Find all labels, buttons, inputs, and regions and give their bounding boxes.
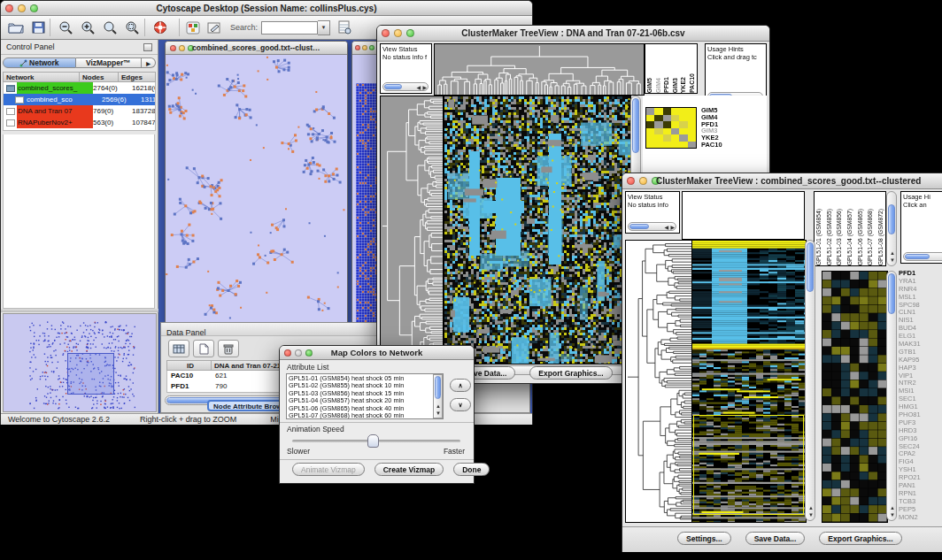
zoom-in-icon[interactable] bbox=[81, 20, 96, 35]
zoom-fit-icon[interactable] bbox=[125, 20, 140, 35]
scrollbar-thumb[interactable] bbox=[435, 376, 441, 399]
column-dendrogram[interactable] bbox=[434, 43, 645, 96]
treeview-button[interactable]: Export Graphics... bbox=[529, 366, 612, 380]
scroll-left-arrow[interactable]: ◀ bbox=[416, 85, 421, 91]
matrix-cell[interactable] bbox=[671, 115, 679, 122]
column-label[interactable]: GPL51-08 (GSM872) bbox=[877, 209, 884, 265]
scroll-down-arrow[interactable]: ▼ bbox=[890, 512, 895, 518]
network-canvas[interactable] bbox=[166, 55, 345, 322]
column-label[interactable]: GPL51-06 (GSM865) bbox=[857, 209, 864, 265]
scroll-right-arrow[interactable]: ▶ bbox=[670, 225, 675, 231]
matrix-cell[interactable] bbox=[679, 142, 687, 149]
scroll-down-arrow[interactable]: ▼ bbox=[808, 512, 814, 518]
scrollbar-thumb[interactable] bbox=[888, 204, 895, 234]
gene-label[interactable]: MAK31 bbox=[899, 340, 939, 348]
matrix-cell[interactable] bbox=[646, 134, 654, 142]
gene-label[interactable]: TCB3 bbox=[899, 497, 939, 505]
matrix-cell[interactable] bbox=[688, 115, 696, 122]
scroll-up-arrow[interactable]: ▲ bbox=[890, 505, 895, 511]
column-label[interactable]: GIM4 bbox=[655, 78, 662, 93]
matrix-cell[interactable] bbox=[663, 121, 671, 128]
gene-label[interactable]: YRA1 bbox=[899, 277, 939, 285]
gene-label[interactable]: PAN1 bbox=[899, 481, 939, 489]
gene-label[interactable]: PUF3 bbox=[899, 418, 939, 426]
float-panel-icon[interactable] bbox=[143, 43, 152, 51]
minimize-button[interactable] bbox=[639, 177, 647, 185]
gene-label[interactable]: MON2 bbox=[899, 513, 939, 521]
delete-attribute-icon[interactable] bbox=[218, 340, 239, 357]
attribute-item[interactable]: GPL51-06 (GSM865) heat shock 40 min bbox=[289, 405, 441, 412]
attribute-item[interactable]: GPL51-01 (GSM854) heat shock 05 min bbox=[289, 375, 441, 382]
matrix-cell[interactable] bbox=[688, 108, 696, 115]
matrix-cell[interactable] bbox=[654, 142, 662, 149]
gene-label[interactable]: PHO81 bbox=[899, 410, 939, 418]
treeview-button[interactable]: Save Data... bbox=[745, 532, 806, 545]
gene-label[interactable]: CPA2 bbox=[899, 449, 939, 457]
scroll-down-arrow[interactable]: ▼ bbox=[890, 257, 895, 264]
heatmap-vscrollbar[interactable]: ▲ ▼ bbox=[805, 240, 815, 521]
attribute-item[interactable]: GPL51-03 (GSM856) heat shock 15 min bbox=[289, 390, 441, 397]
close-button[interactable] bbox=[627, 177, 635, 185]
treeview1-title-bar[interactable]: ClusterMaker TreeView : DNA and Tran 07-… bbox=[377, 26, 769, 42]
gene-label[interactable]: GPI16 bbox=[899, 434, 939, 442]
matrix-cell[interactable] bbox=[671, 121, 679, 128]
network-list-row[interactable]: combined_scores_ 2764(0) 16218(0) bbox=[4, 82, 155, 94]
usage-hints-scrollbar[interactable]: ◀ ▶ bbox=[903, 252, 942, 261]
row-dendrogram[interactable] bbox=[380, 96, 444, 364]
minimize-button[interactable] bbox=[394, 29, 402, 37]
gene-label[interactable]: VIP1 bbox=[899, 372, 939, 380]
gene-label[interactable]: PFD1 bbox=[899, 269, 939, 277]
move-up-button[interactable]: ∧ bbox=[450, 379, 471, 392]
gene-label[interactable]: FIG4 bbox=[899, 457, 939, 465]
scroll-up-arrow[interactable]: ▲ bbox=[890, 250, 895, 257]
matrix-cell[interactable] bbox=[671, 128, 679, 135]
zoom-button[interactable] bbox=[369, 45, 374, 50]
dialog-title-bar[interactable]: Map Colors to Network bbox=[280, 346, 474, 360]
gene-label[interactable]: SPC98 bbox=[899, 301, 939, 309]
dialog-button[interactable]: Done bbox=[453, 463, 490, 476]
matrix-cell[interactable] bbox=[646, 115, 654, 122]
gene-label[interactable]: HAP3 bbox=[899, 364, 939, 372]
matrix-cell[interactable] bbox=[654, 121, 662, 128]
column-labels-vscrollbar[interactable]: ▲ ▼ bbox=[886, 191, 897, 266]
scrollbar-thumb[interactable] bbox=[905, 254, 930, 259]
dialog-button[interactable]: Animate Vizmap bbox=[292, 463, 365, 476]
scroll-left-arrow[interactable]: ◀ bbox=[664, 225, 668, 231]
zoom-out-icon[interactable] bbox=[58, 20, 73, 35]
gene-label[interactable]: MSI1 bbox=[899, 387, 939, 395]
main-title-bar[interactable]: Cytoscape Desktop (Session Name: collins… bbox=[1, 1, 532, 16]
row-label[interactable]: PAC10 bbox=[701, 142, 738, 149]
attribute-item[interactable]: GPL51-02 (GSM855) heat shock 10 min bbox=[289, 382, 441, 389]
gene-label[interactable]: MSL1 bbox=[899, 293, 939, 301]
matrix-cell[interactable] bbox=[654, 134, 662, 142]
matrix-cell[interactable] bbox=[646, 142, 654, 149]
network-list-row[interactable]: DNA and Tran 07 769(0) 183728(0) bbox=[4, 105, 155, 117]
gene-label[interactable]: RNR4 bbox=[899, 285, 939, 293]
treeview2-title-bar[interactable]: ClusterMaker TreeView : combined_scores_… bbox=[622, 173, 942, 189]
scroll-up-arrow[interactable]: ▲ bbox=[808, 505, 814, 511]
matrix-cell[interactable] bbox=[671, 108, 679, 115]
view-status-scrollbar[interactable]: ◀ ▶ bbox=[382, 82, 429, 91]
tab-network[interactable]: Network bbox=[3, 58, 76, 68]
gene-label[interactable]: BUD4 bbox=[899, 324, 939, 332]
network-list-row[interactable]: combined_sco 2569(6) 13112(15) bbox=[4, 94, 155, 105]
matrix-cell[interactable] bbox=[646, 128, 654, 135]
matrix-cell[interactable] bbox=[679, 121, 687, 128]
open-file-icon[interactable] bbox=[8, 21, 24, 34]
scroll-down-arrow[interactable]: ▼ bbox=[436, 410, 441, 417]
matrix-cell[interactable] bbox=[654, 128, 662, 135]
correlation-matrix[interactable] bbox=[645, 107, 697, 149]
column-label[interactable]: GPL51-03 (GSM856) bbox=[836, 209, 843, 265]
close-button[interactable] bbox=[284, 349, 291, 357]
column-label[interactable]: GPL51-04 (GSM857) bbox=[846, 209, 853, 265]
matrix-cell[interactable] bbox=[646, 108, 654, 115]
close-button[interactable] bbox=[355, 45, 360, 50]
minimize-button[interactable] bbox=[18, 4, 26, 12]
gene-label[interactable]: HRD3 bbox=[899, 426, 939, 434]
close-button[interactable] bbox=[170, 45, 176, 51]
heatmap-canvas[interactable] bbox=[691, 240, 807, 523]
matrix-cell[interactable] bbox=[671, 134, 679, 142]
gene-label[interactable]: NIS1 bbox=[899, 316, 939, 324]
frame-title-bar[interactable]: combined_scores_good.txt--cluste... bbox=[166, 42, 347, 55]
zoom-selected-icon[interactable] bbox=[103, 20, 118, 35]
